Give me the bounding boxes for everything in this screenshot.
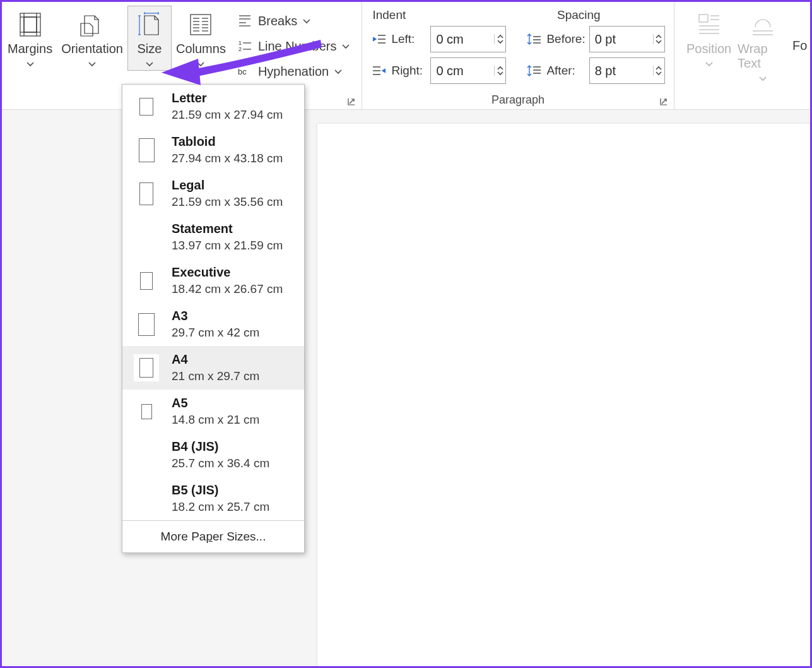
chevron-down-icon <box>196 59 205 69</box>
size-option-letter[interactable]: Letter21.59 cm x 27.94 cm <box>122 85 304 128</box>
columns-icon <box>187 10 215 39</box>
margins-button[interactable]: Margins <box>3 6 57 71</box>
size-option-legal[interactable]: Legal21.59 cm x 35.56 cm <box>122 172 304 215</box>
svg-line-47 <box>662 99 666 104</box>
svg-text:bc: bc <box>238 67 247 76</box>
size-option-name: Legal <box>172 178 283 193</box>
hyphenation-icon: bc <box>237 63 253 80</box>
dialog-launcher-paragraph[interactable] <box>659 97 669 107</box>
size-option-dimensions: 21 cm x 29.7 cm <box>172 369 259 383</box>
size-option-name: A5 <box>172 396 259 410</box>
indent-left-value: 0 cm <box>431 32 494 47</box>
indent-heading: Indent <box>372 8 406 22</box>
size-option-dimensions: 13.97 cm x 21.59 cm <box>172 239 283 253</box>
space-before-spinbox[interactable]: 0 pt <box>589 26 665 52</box>
space-after-icon <box>526 63 543 79</box>
document-page[interactable] <box>317 124 812 668</box>
line-numbers-icon: 12 <box>237 38 253 54</box>
size-option-name: Statement <box>172 222 283 236</box>
size-option-b4-jis-[interactable]: B4 (JIS)25.7 cm x 36.4 cm <box>122 433 304 477</box>
breaks-button[interactable]: Breaks <box>233 8 355 33</box>
size-label: Size <box>138 42 162 56</box>
orientation-button[interactable]: Orientation <box>57 6 127 71</box>
spacing-heading: Spacing <box>557 8 601 22</box>
size-option-name: Executive <box>172 265 283 280</box>
size-icon <box>136 10 163 39</box>
line-numbers-label: Line Numbers <box>258 39 337 54</box>
size-option-dimensions: 27.94 cm x 43.18 cm <box>172 152 283 165</box>
size-option-dimensions: 21.59 cm x 27.94 cm <box>172 108 283 122</box>
chevron-down-icon <box>302 16 311 26</box>
wrap-text-button: Wrap Text <box>733 6 792 85</box>
size-option-dimensions: 18.42 cm x 26.67 cm <box>172 282 283 296</box>
chevron-down-icon <box>88 59 97 69</box>
size-option-a5[interactable]: A514.8 cm x 21 cm <box>122 390 304 433</box>
columns-label: Columns <box>176 42 226 56</box>
size-dropdown: Letter21.59 cm x 27.94 cmTabloid27.94 cm… <box>122 84 305 553</box>
hyphenation-label: Hyphenation <box>258 64 329 79</box>
page-thumb-icon <box>139 98 153 116</box>
margins-label: Margins <box>8 42 52 56</box>
spinner-arrows[interactable] <box>653 66 664 76</box>
size-option-a4[interactable]: A421 cm x 29.7 cm <box>122 346 304 390</box>
page-thumb-icon <box>138 313 155 336</box>
size-option-tabloid[interactable]: Tabloid27.94 cm x 43.18 cm <box>122 128 304 172</box>
position-button: Position <box>685 6 733 85</box>
hyphenation-button[interactable]: bc Hyphenation <box>233 59 355 84</box>
space-after-spinbox[interactable]: 8 pt <box>589 57 665 84</box>
group-arrange: Position Wrap Text Fo <box>674 2 810 109</box>
chevron-down-icon <box>705 59 714 69</box>
size-option-dimensions: 21.59 cm x 35.56 cm <box>172 195 283 209</box>
indent-left-spinbox[interactable]: 0 cm <box>430 26 506 52</box>
size-option-name: A3 <box>172 309 259 323</box>
columns-button[interactable]: Columns <box>172 6 230 71</box>
chevron-down-icon <box>145 59 154 69</box>
page-thumb-icon <box>140 272 153 290</box>
size-option-a3[interactable]: A329.7 cm x 42 cm <box>122 302 304 346</box>
indent-left-icon <box>371 31 387 47</box>
space-before-icon <box>526 31 543 47</box>
size-option-dimensions: 14.8 cm x 21 cm <box>172 413 259 427</box>
size-option-dimensions: 25.7 cm x 36.4 cm <box>172 456 269 470</box>
page-thumb-icon <box>139 358 153 378</box>
indent-right-icon <box>371 63 387 79</box>
wrap-text-icon <box>749 10 777 39</box>
indent-right-spinbox[interactable]: 0 cm <box>430 57 506 84</box>
chevron-down-icon <box>26 59 35 69</box>
size-option-statement[interactable]: Statement13.97 cm x 21.59 cm <box>122 215 304 259</box>
space-after-value: 8 pt <box>590 64 653 78</box>
position-icon <box>695 10 723 39</box>
chevron-down-icon <box>334 66 343 76</box>
size-option-executive[interactable]: Executive18.42 cm x 26.67 cm <box>122 259 304 302</box>
dialog-launcher-page-setup[interactable] <box>346 97 356 107</box>
more-paper-sizes[interactable]: More Paper Sizes... <box>122 520 304 552</box>
indent-right-label: Right: <box>391 64 427 78</box>
chevron-down-icon <box>758 73 767 83</box>
indent-right-value: 0 cm <box>431 64 494 78</box>
page-thumb-icon <box>139 182 153 205</box>
svg-text:2: 2 <box>238 46 242 52</box>
space-after-label: After: <box>546 64 585 78</box>
size-option-b5-jis-[interactable]: B5 (JIS)18.2 cm x 25.7 cm <box>122 477 304 520</box>
wrap-text-label: Wrap Text <box>738 42 787 71</box>
orientation-icon <box>78 10 106 39</box>
size-option-dimensions: 29.7 cm x 42 cm <box>172 326 259 340</box>
size-option-name: B5 (JIS) <box>172 483 269 498</box>
page-thumb-icon <box>141 404 152 419</box>
size-button[interactable]: Size <box>127 6 172 71</box>
margins-icon <box>16 10 44 39</box>
svg-rect-48 <box>699 15 708 22</box>
breaks-icon <box>237 13 253 29</box>
spinner-arrows[interactable] <box>653 34 664 44</box>
page-thumb-icon <box>139 138 155 162</box>
svg-line-32 <box>350 99 354 104</box>
indent-left-label: Left: <box>391 32 427 46</box>
size-option-name: Tabloid <box>172 134 283 149</box>
breaks-label: Breaks <box>258 14 297 28</box>
spinner-arrows[interactable] <box>494 66 505 76</box>
spinner-arrows[interactable] <box>494 34 505 44</box>
size-option-dimensions: 18.2 cm x 25.7 cm <box>172 500 269 514</box>
space-before-label: Before: <box>546 32 585 46</box>
line-numbers-button[interactable]: 12 Line Numbers <box>233 33 355 59</box>
group-label-paragraph: Paragraph <box>365 90 671 109</box>
